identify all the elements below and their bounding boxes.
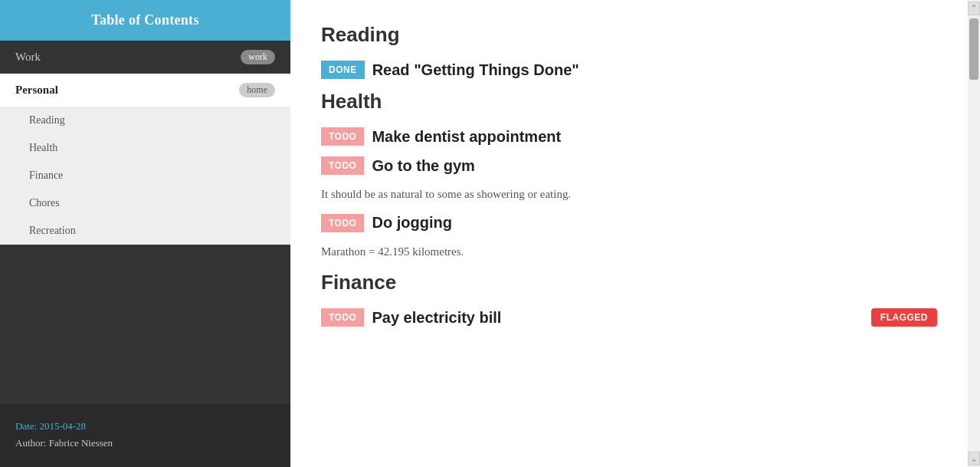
task-label-jogging: Do jogging — [372, 214, 451, 232]
task-label-electricity: Pay electricity bill — [372, 309, 501, 327]
task-left: DONE Read "Getting Things Done" — [321, 61, 579, 79]
task-left: TODO Make dentist appointment — [321, 127, 561, 146]
task-note-jogging: Marathon = 42.195 kilometres. — [321, 243, 937, 261]
heading-reading: Reading — [321, 23, 937, 47]
sidebar: Table of Contents Work work Personal hom… — [0, 0, 290, 467]
sidebar-section-work-badge: work — [241, 50, 275, 64]
sidebar-section-personal[interactable]: Personal home — [0, 74, 290, 107]
sidebar-subitem-chores[interactable]: Chores — [0, 189, 290, 217]
scroll-thumb[interactable] — [969, 18, 978, 80]
sidebar-subitem-finance[interactable]: Finance — [0, 162, 290, 189]
scrollbar[interactable]: ⌃ ⌄ — [968, 0, 980, 467]
sidebar-subitem-reading[interactable]: Reading — [0, 107, 290, 134]
task-left: TODO Go to the gym — [321, 156, 475, 175]
heading-finance: Finance — [321, 271, 937, 294]
section-finance: Finance TODO Pay electricity bill FLAGGE… — [321, 271, 937, 327]
sidebar-section-work-label: Work — [15, 51, 41, 64]
task-label-gym: Go to the gym — [372, 157, 474, 175]
badge-flagged: FLAGGED — [871, 308, 937, 327]
task-row-electricity: TODO Pay electricity bill FLAGGED — [321, 308, 937, 327]
footer-date: Date: 2015-04-28 — [15, 418, 275, 435]
task-note-gym: It should be as natural to some as showe… — [321, 186, 937, 203]
sidebar-section-work[interactable]: Work work — [0, 41, 290, 74]
scroll-up-arrow[interactable]: ⌃ — [968, 2, 980, 15]
sidebar-header: Table of Contents — [0, 0, 290, 41]
heading-health: Health — [321, 90, 937, 113]
badge-done: DONE — [321, 61, 365, 79]
badge-todo: TODO — [321, 214, 364, 232]
sidebar-section-personal-label: Personal — [15, 84, 58, 97]
task-row-gym: TODO Go to the gym — [321, 156, 937, 175]
task-label-dentist: Make dentist appointment — [372, 128, 561, 146]
section-reading: Reading DONE Read "Getting Things Done" — [321, 23, 937, 79]
task-row-dentist: TODO Make dentist appointment — [321, 127, 937, 146]
task-row: DONE Read "Getting Things Done" — [321, 61, 937, 79]
footer-author: Author: Fabrice Niessen — [15, 435, 275, 452]
badge-todo: TODO — [321, 156, 364, 175]
sidebar-subitem-health[interactable]: Health — [0, 134, 290, 162]
badge-todo: TODO — [321, 308, 364, 327]
section-health: Health TODO Make dentist appointment TOD… — [321, 90, 937, 260]
task-label: Read "Getting Things Done" — [372, 61, 579, 79]
task-left: TODO Pay electricity bill — [321, 308, 501, 327]
sidebar-subitems: Reading Health Finance Chores Recreation — [0, 107, 290, 245]
scroll-down-arrow[interactable]: ⌄ — [968, 452, 980, 465]
sidebar-section-personal-badge: home — [239, 83, 275, 97]
task-row-jogging: TODO Do jogging — [321, 214, 937, 232]
badge-todo: TODO — [321, 127, 364, 146]
sidebar-subitem-recreation[interactable]: Recreation — [0, 217, 290, 245]
task-left: TODO Do jogging — [321, 214, 452, 232]
main-content: Reading DONE Read "Getting Things Done" … — [290, 0, 968, 467]
sidebar-footer: Date: 2015-04-28 Author: Fabrice Niessen — [0, 404, 290, 467]
